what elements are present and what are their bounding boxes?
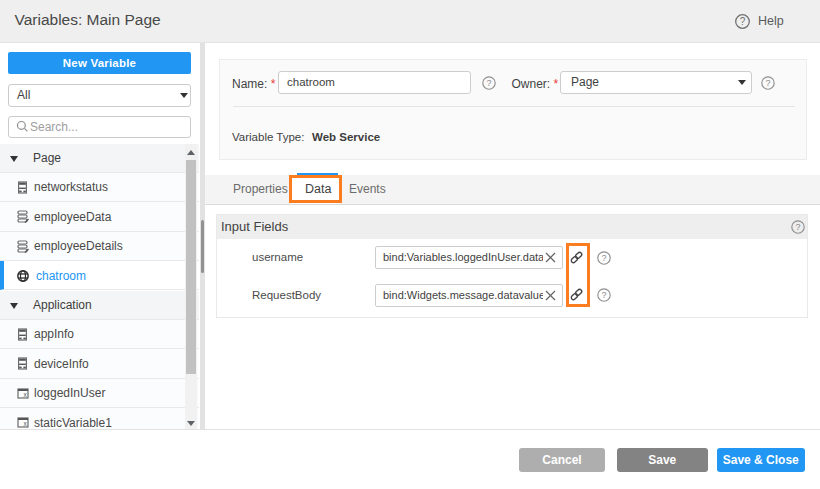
svg-text:?: ? bbox=[601, 253, 606, 263]
svg-text:?: ? bbox=[740, 16, 746, 27]
svg-text:?: ? bbox=[486, 78, 491, 88]
svg-text:x: x bbox=[24, 391, 28, 398]
svg-text:?: ? bbox=[601, 290, 606, 300]
svg-text:x: x bbox=[24, 420, 28, 427]
svg-text:?: ? bbox=[795, 222, 800, 232]
svg-text:?: ? bbox=[765, 78, 770, 88]
